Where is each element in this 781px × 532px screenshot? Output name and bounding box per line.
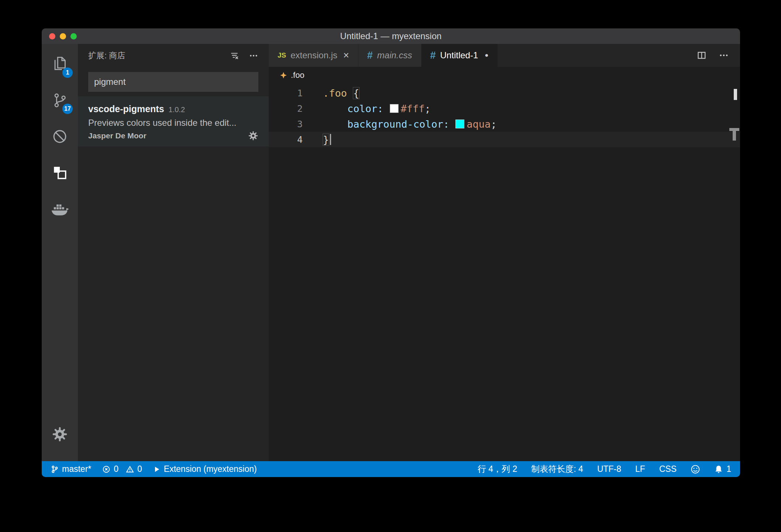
eol-status[interactable]: LF <box>635 464 645 474</box>
cursor-position-status[interactable]: 行 4，列 2 <box>478 463 517 475</box>
code-line-3: 3 background-color: aqua ; <box>269 116 740 132</box>
tab-bar-empty-space <box>498 44 685 67</box>
extension-settings-gear-icon[interactable] <box>248 131 258 141</box>
explorer-badge: 1 <box>62 68 73 78</box>
code-line-1: 1 .foo { <box>269 85 740 101</box>
editor-code-area[interactable]: 1 .foo { 2 color: #fff ; <box>269 84 740 461</box>
semicolon-token: ; <box>425 103 431 114</box>
editor-area: JS extension.js × # main.css # Untitled-… <box>269 44 740 461</box>
sidebar-title: 扩展: 商店 <box>88 50 230 61</box>
warning-count: 0 <box>137 464 142 474</box>
debug-icon <box>51 128 68 145</box>
css-property-token: color: <box>347 103 383 114</box>
scm-badge: 17 <box>62 104 73 114</box>
status-bar: master* 0 <box>42 461 740 477</box>
tab-untitled-1[interactable]: # Untitled-1 ● <box>422 44 498 67</box>
activity-docker-button[interactable] <box>42 191 78 227</box>
semicolon-token: ; <box>491 118 496 130</box>
overview-ruler-mark <box>733 131 736 141</box>
traffic-lights <box>49 28 77 44</box>
error-count: 0 <box>114 464 118 474</box>
extension-name: vscode-pigments <box>88 102 164 115</box>
clear-extension-search-icon[interactable] <box>230 51 239 61</box>
line-number: 4 <box>269 134 303 145</box>
css-file-icon: # <box>367 50 373 61</box>
overview-ruler-cursor-mark <box>734 89 737 100</box>
close-tab-icon[interactable]: × <box>343 51 349 61</box>
sidebar-header: 扩展: 商店 <box>78 44 269 68</box>
line-number: 3 <box>269 119 303 129</box>
line-number: 1 <box>269 88 303 99</box>
git-branch-status[interactable]: master* <box>51 464 91 474</box>
js-file-icon: JS <box>278 51 286 59</box>
window-titlebar: Untitled-1 — myextension <box>42 28 740 44</box>
activity-settings-button[interactable] <box>42 416 78 452</box>
activity-bar: 1 17 <box>42 44 78 461</box>
editor-tab-bar: JS extension.js × # main.css # Untitled-… <box>269 44 740 67</box>
css-file-icon: # <box>430 50 436 61</box>
window-title: Untitled-1 — myextension <box>340 31 442 41</box>
workbench: 1 17 <box>42 44 740 461</box>
overview-ruler-mark <box>729 128 739 131</box>
sidebar-more-actions-icon[interactable] <box>249 51 258 61</box>
breadcrumb-symbol: .foo <box>291 70 305 80</box>
tab-main-css[interactable]: # main.css <box>358 44 421 67</box>
editor-actions <box>685 44 740 67</box>
warning-icon <box>126 465 134 473</box>
extension-description: Previews colors used inside the edit... <box>88 116 258 129</box>
activity-source-control-button[interactable]: 17 <box>42 82 78 118</box>
extension-search-input[interactable] <box>88 72 258 92</box>
text-cursor <box>330 134 331 145</box>
color-swatch-white <box>390 104 399 113</box>
sidebar-extensions-panel: 扩展: 商店 <box>78 44 269 461</box>
language-mode-status[interactable]: CSS <box>659 464 677 474</box>
code-line-2: 2 color: #fff ; <box>269 101 740 116</box>
activity-extensions-button[interactable] <box>42 155 78 191</box>
activity-debug-button[interactable] <box>42 118 78 155</box>
extension-search-box <box>88 72 258 92</box>
git-branch-icon <box>51 465 59 473</box>
code-line-4: 4 } <box>269 132 740 147</box>
breadcrumbs[interactable]: .foo <box>269 67 740 84</box>
notification-count: 1 <box>726 464 731 474</box>
line-number: 2 <box>269 103 303 114</box>
running-task-status[interactable]: Extension (myextension) <box>153 464 257 474</box>
feedback-smiley-icon[interactable] <box>691 464 700 474</box>
split-editor-icon[interactable] <box>696 50 707 61</box>
bell-icon <box>714 465 723 474</box>
desktop-background: Untitled-1 — myextension 1 <box>0 0 781 532</box>
notifications-bell[interactable]: 1 <box>714 464 731 474</box>
docker-icon <box>51 201 69 217</box>
extensions-icon <box>51 164 68 181</box>
css-selector-token: .foo <box>323 87 347 99</box>
indentation-status[interactable]: 制表符长度: 4 <box>531 463 583 475</box>
zoom-window-button[interactable] <box>70 33 77 39</box>
problems-status[interactable]: 0 0 <box>102 464 142 474</box>
symbol-class-icon <box>280 72 287 79</box>
css-value-token: #fff <box>401 103 425 114</box>
tab-extension-js[interactable]: JS extension.js × <box>269 44 358 67</box>
extension-list-item[interactable]: vscode-pigments 1.0.2 Previews colors us… <box>78 96 269 146</box>
activity-explorer-button[interactable]: 1 <box>42 46 78 82</box>
css-property-token: background-color: <box>347 118 449 130</box>
extension-version: 1.0.2 <box>169 103 185 116</box>
extension-author: Jasper De Moor <box>88 129 147 142</box>
close-brace-token: } <box>323 134 329 145</box>
editor-more-actions-icon[interactable] <box>719 50 729 61</box>
play-icon <box>153 466 161 473</box>
gear-icon <box>52 426 68 442</box>
dirty-dot-icon: ● <box>485 52 488 59</box>
color-swatch-aqua <box>455 120 464 128</box>
minimize-window-button[interactable] <box>60 33 66 39</box>
encoding-status[interactable]: UTF-8 <box>597 464 621 474</box>
css-value-token: aqua <box>467 118 491 130</box>
open-brace-token: { <box>353 87 359 99</box>
vscode-window: Untitled-1 — myextension 1 <box>42 28 740 477</box>
close-window-button[interactable] <box>49 33 55 39</box>
error-icon <box>102 465 110 473</box>
